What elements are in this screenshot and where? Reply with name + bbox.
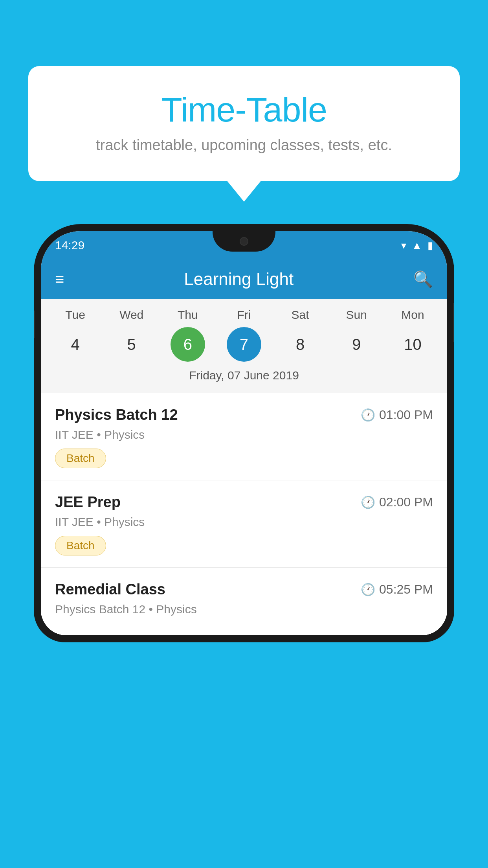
clock-icon-2: 🕐 xyxy=(361,583,375,596)
wifi-icon: ▾ xyxy=(401,239,406,252)
side-button-left xyxy=(34,311,35,338)
batch-badge-1: Batch xyxy=(55,536,106,555)
day-number-8[interactable]: 8 xyxy=(283,327,317,362)
hamburger-icon[interactable]: ≡ xyxy=(55,270,64,288)
day-label-mon: Mon xyxy=(395,308,430,322)
clock-icon-0: 🕐 xyxy=(361,408,375,422)
schedule-item-2[interactable]: Remedial Class🕐05:25 PMPhysics Batch 12 … xyxy=(41,568,447,635)
day-number-10[interactable]: 10 xyxy=(395,327,430,362)
schedule-time-label-2: 05:25 PM xyxy=(379,582,433,597)
schedule-item-header-1: JEE Prep🕐02:00 PM xyxy=(55,494,433,511)
days-numbers: 45678910 xyxy=(41,327,447,362)
day-number-5[interactable]: 5 xyxy=(114,327,149,362)
day-label-wed: Wed xyxy=(114,308,149,322)
day-label-sun: Sun xyxy=(339,308,374,322)
search-icon[interactable]: 🔍 xyxy=(413,270,433,289)
day-number-6[interactable]: 6 xyxy=(171,327,205,362)
schedule-time-1: 🕐02:00 PM xyxy=(361,495,433,509)
phone-screen: 14:29 ▾ ▲ ▮ ≡ Learning Light 🔍 xyxy=(41,231,447,635)
schedule-time-0: 🕐01:00 PM xyxy=(361,408,433,422)
schedule-title-0: Physics Batch 12 xyxy=(55,406,178,423)
schedule-detail-0: IIT JEE • Physics xyxy=(55,428,433,441)
schedule-time-label-0: 01:00 PM xyxy=(379,408,433,422)
day-label-tue: Tue xyxy=(58,308,93,322)
camera-dot xyxy=(240,237,248,246)
bubble-title: Time-Table xyxy=(52,90,436,130)
day-label-fri: Fri xyxy=(227,308,261,322)
phone-mockup: 14:29 ▾ ▲ ▮ ≡ Learning Light 🔍 xyxy=(34,224,454,868)
schedule-item-0[interactable]: Physics Batch 12🕐01:00 PMIIT JEE • Physi… xyxy=(41,393,447,480)
clock-icon-1: 🕐 xyxy=(361,495,375,509)
selected-date-label: Friday, 07 June 2019 xyxy=(41,369,447,389)
phone-outer: 14:29 ▾ ▲ ▮ ≡ Learning Light 🔍 xyxy=(34,224,454,642)
schedule-title-1: JEE Prep xyxy=(55,494,121,511)
status-icons: ▾ ▲ ▮ xyxy=(401,239,433,252)
schedule-list: Physics Batch 12🕐01:00 PMIIT JEE • Physi… xyxy=(41,393,447,635)
speech-bubble: Time-Table track timetable, upcoming cla… xyxy=(28,66,460,181)
app-title: Learning Light xyxy=(76,269,402,289)
battery-icon: ▮ xyxy=(427,239,433,252)
day-number-4[interactable]: 4 xyxy=(58,327,93,362)
schedule-time-2: 🕐05:25 PM xyxy=(361,582,433,597)
schedule-item-header-0: Physics Batch 12🕐01:00 PM xyxy=(55,406,433,423)
schedule-time-label-1: 02:00 PM xyxy=(379,495,433,509)
schedule-detail-2: Physics Batch 12 • Physics xyxy=(55,603,433,616)
notch xyxy=(213,231,275,252)
day-number-9[interactable]: 9 xyxy=(339,327,374,362)
status-bar: 14:29 ▾ ▲ ▮ xyxy=(41,231,447,259)
signal-icon: ▲ xyxy=(412,239,422,252)
bubble-subtitle: track timetable, upcoming classes, tests… xyxy=(52,137,436,154)
app-header: ≡ Learning Light 🔍 xyxy=(41,259,447,299)
schedule-item-1[interactable]: JEE Prep🕐02:00 PMIIT JEE • PhysicsBatch xyxy=(41,480,447,568)
schedule-item-header-2: Remedial Class🕐05:25 PM xyxy=(55,581,433,598)
status-time: 14:29 xyxy=(55,239,84,252)
batch-badge-0: Batch xyxy=(55,449,106,468)
day-number-7[interactable]: 7 xyxy=(227,327,261,362)
schedule-detail-1: IIT JEE • Physics xyxy=(55,515,433,529)
day-label-sat: Sat xyxy=(283,308,317,322)
side-button-right xyxy=(453,303,454,342)
calendar-strip: TueWedThuFriSatSunMon 45678910 Friday, 0… xyxy=(41,299,447,393)
days-header: TueWedThuFriSatSunMon xyxy=(41,308,447,322)
schedule-title-2: Remedial Class xyxy=(55,581,165,598)
day-label-thu: Thu xyxy=(171,308,205,322)
